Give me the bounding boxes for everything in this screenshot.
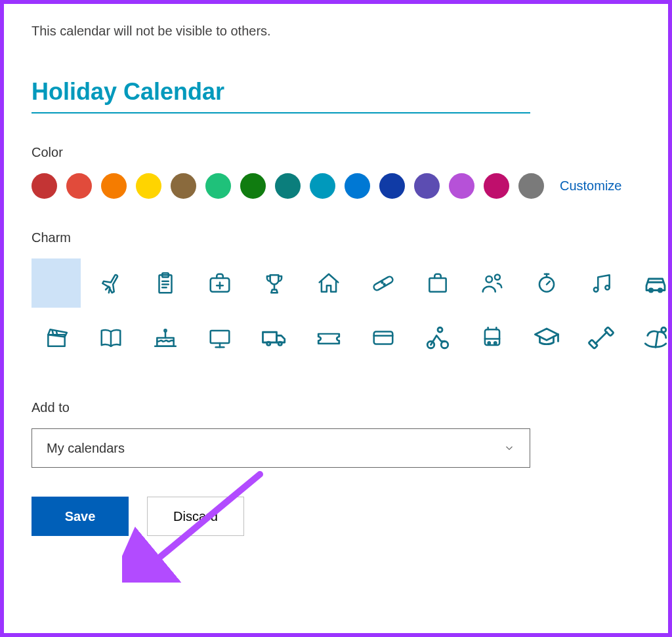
charm-bandage[interactable] xyxy=(358,258,408,308)
briefcase-icon xyxy=(425,271,450,296)
customize-color-link[interactable]: Customize xyxy=(560,178,621,194)
svg-line-25 xyxy=(52,330,53,334)
color-swatch-10[interactable] xyxy=(379,173,405,199)
charm-dumbbell[interactable] xyxy=(576,313,625,362)
color-swatch-12[interactable] xyxy=(449,173,474,199)
bus-icon xyxy=(480,325,505,350)
charm-stopwatch[interactable] xyxy=(522,258,571,308)
svg-rect-35 xyxy=(262,332,276,342)
charm-clipboard[interactable] xyxy=(140,258,190,308)
color-swatch-row: Customize xyxy=(32,173,640,199)
svg-point-30 xyxy=(164,329,166,331)
color-swatch-7[interactable] xyxy=(275,173,301,199)
svg-point-14 xyxy=(494,274,499,279)
charm-truck[interactable] xyxy=(249,313,299,362)
charm-trophy[interactable] xyxy=(249,258,299,308)
color-swatch-11[interactable] xyxy=(414,173,440,199)
color-swatch-14[interactable] xyxy=(518,173,544,199)
calendar-name-input[interactable] xyxy=(32,77,530,112)
svg-rect-38 xyxy=(373,331,392,344)
svg-point-36 xyxy=(266,342,270,345)
dumbbell-icon xyxy=(587,324,615,352)
truck-icon xyxy=(261,324,288,352)
charm-home[interactable] xyxy=(304,258,353,308)
addto-section-label: Add to xyxy=(32,400,640,415)
bandage-icon xyxy=(371,271,396,296)
charm-briefcase[interactable] xyxy=(413,258,462,308)
svg-point-54 xyxy=(661,327,665,332)
color-swatch-9[interactable] xyxy=(345,173,370,199)
ticket-icon xyxy=(315,324,343,352)
charm-grid xyxy=(32,258,640,362)
beach-icon xyxy=(642,324,669,352)
charm-people[interactable] xyxy=(467,258,516,308)
color-swatch-2[interactable] xyxy=(101,173,127,199)
charm-section-label: Charm xyxy=(32,230,640,245)
svg-line-26 xyxy=(56,331,58,335)
charm-clapperboard[interactable] xyxy=(32,313,81,362)
discard-button[interactable]: Discard xyxy=(147,497,244,536)
chevron-down-icon xyxy=(503,442,515,454)
addto-selected-value: My calendars xyxy=(47,441,125,456)
color-swatch-0[interactable] xyxy=(32,173,57,199)
charm-music[interactable] xyxy=(576,258,625,308)
svg-rect-9 xyxy=(372,275,393,291)
svg-rect-51 xyxy=(588,339,597,348)
monitor-icon xyxy=(207,325,232,350)
charm-cycling[interactable] xyxy=(413,313,462,362)
dialog-frame: This calendar will not be visible to oth… xyxy=(0,0,672,637)
charm-ticket[interactable] xyxy=(304,313,353,362)
charm-credit-card[interactable] xyxy=(358,313,408,362)
charm-car[interactable] xyxy=(631,258,672,308)
color-swatch-8[interactable] xyxy=(310,173,335,199)
clapperboard-icon xyxy=(44,325,69,350)
svg-rect-43 xyxy=(484,329,499,345)
visibility-note: This calendar will not be visible to oth… xyxy=(32,24,640,39)
svg-point-45 xyxy=(488,342,490,344)
charm-airplane[interactable] xyxy=(86,258,135,308)
charm-none[interactable] xyxy=(32,258,81,308)
dialog-buttons: Save Discard xyxy=(32,497,640,536)
charm-book[interactable] xyxy=(86,313,135,362)
addto-dropdown[interactable]: My calendars xyxy=(32,428,530,468)
charm-monitor[interactable] xyxy=(195,313,244,362)
svg-point-42 xyxy=(438,327,442,332)
svg-line-16 xyxy=(547,281,550,284)
svg-point-20 xyxy=(605,285,609,289)
color-section-label: Color xyxy=(32,145,640,160)
cake-icon xyxy=(153,325,178,350)
svg-point-19 xyxy=(593,287,597,291)
charm-bus[interactable] xyxy=(467,313,516,362)
svg-line-53 xyxy=(656,332,658,347)
color-swatch-3[interactable] xyxy=(136,173,161,199)
charm-beach[interactable] xyxy=(631,313,672,362)
svg-rect-32 xyxy=(210,330,229,342)
charm-graduation[interactable] xyxy=(522,313,571,362)
save-button[interactable]: Save xyxy=(32,497,129,536)
charm-first-aid[interactable] xyxy=(195,258,244,308)
home-icon xyxy=(316,271,341,296)
svg-point-10 xyxy=(381,281,383,283)
svg-point-41 xyxy=(441,341,448,348)
car-icon xyxy=(642,270,669,297)
svg-rect-52 xyxy=(604,327,614,336)
svg-point-46 xyxy=(494,342,496,344)
svg-point-37 xyxy=(278,342,282,345)
calendar-name-field-wrap xyxy=(32,77,530,113)
svg-line-50 xyxy=(595,332,607,344)
color-swatch-4[interactable] xyxy=(171,173,196,199)
svg-point-11 xyxy=(383,283,385,285)
stopwatch-icon xyxy=(534,271,559,296)
music-icon xyxy=(589,271,614,296)
svg-point-13 xyxy=(486,276,492,282)
svg-rect-28 xyxy=(157,338,173,346)
credit-card-icon xyxy=(371,325,396,350)
color-swatch-6[interactable] xyxy=(240,173,266,199)
color-swatch-1[interactable] xyxy=(66,173,92,199)
book-icon xyxy=(98,325,123,350)
color-swatch-13[interactable] xyxy=(484,173,509,199)
charm-cake[interactable] xyxy=(140,313,190,362)
cycling-icon xyxy=(424,324,452,352)
color-swatch-5[interactable] xyxy=(205,173,231,199)
trophy-icon xyxy=(262,271,287,296)
